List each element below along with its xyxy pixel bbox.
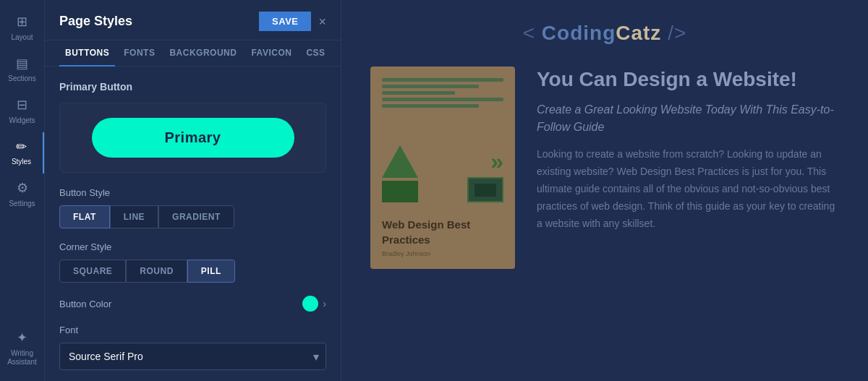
content-subheading: Create a Great Looking Website Today Wit… bbox=[537, 101, 839, 136]
sidebar-item-settings[interactable]: ⚙ Settings bbox=[0, 174, 44, 215]
sidebar-item-layout[interactable]: ⊞ Layout bbox=[0, 7, 44, 49]
content-row: » Web Design Best Practices Bradley John… bbox=[370, 67, 839, 269]
site-brand2: Catz bbox=[616, 22, 661, 44]
settings-icon: ⚙ bbox=[17, 181, 28, 197]
layout-icon: ⊞ bbox=[17, 14, 27, 30]
sidebar-item-writing-assistant[interactable]: ✦ WritingAssistant bbox=[0, 323, 44, 374]
corner-style-label: Corner Style bbox=[59, 241, 326, 252]
chevron-right-icon: › bbox=[323, 298, 326, 309]
sidebar: ⊞ Layout ▤ Sections ⊟ Widgets ✏ Styles ⚙… bbox=[0, 0, 45, 381]
primary-button-example[interactable]: Primary bbox=[92, 118, 294, 158]
panel-title: Page Styles bbox=[59, 14, 132, 29]
tab-favicon[interactable]: FAVICON bbox=[245, 40, 297, 67]
writing-assistant-icon: ✦ bbox=[17, 330, 27, 346]
sections-icon: ▤ bbox=[16, 56, 28, 72]
button-color-swatch[interactable] bbox=[302, 296, 318, 312]
panel-header: Page Styles SAVE × bbox=[45, 0, 341, 40]
book-line bbox=[382, 91, 455, 95]
button-style-label: Button Style bbox=[59, 187, 326, 198]
font-label: Font bbox=[59, 325, 326, 335]
book-title: Web Design Best Practices bbox=[382, 217, 503, 247]
style-flat-button[interactable]: FLAT bbox=[59, 205, 110, 228]
button-color-label: Button Color bbox=[59, 299, 111, 309]
book-cover: » Web Design Best Practices Bradley John… bbox=[370, 67, 515, 269]
book-line bbox=[382, 104, 479, 108]
sidebar-item-widgets[interactable]: ⊟ Widgets bbox=[0, 90, 44, 132]
content-text: You Can Design a Website! Create a Great… bbox=[537, 67, 839, 232]
book-line bbox=[382, 98, 503, 101]
sidebar-item-sections[interactable]: ▤ Sections bbox=[0, 49, 44, 91]
style-gradient-button[interactable]: GRADIENT bbox=[158, 205, 234, 228]
corner-pill-button[interactable]: PILL bbox=[187, 260, 235, 283]
book-cover-lines bbox=[382, 78, 503, 111]
corner-round-button[interactable]: ROUND bbox=[126, 260, 187, 283]
button-style-group: FLAT LINE GRADIENT bbox=[59, 205, 326, 228]
styles-icon: ✏ bbox=[16, 140, 27, 155]
site-title-prefix: < bbox=[523, 22, 542, 44]
main-preview: < CodingCatz /> » bbox=[341, 0, 868, 381]
save-button[interactable]: SAVE bbox=[259, 12, 311, 31]
primary-button-section-label: Primary Button bbox=[59, 81, 326, 93]
site-title-suffix: /> bbox=[661, 22, 686, 44]
site-brand: Coding bbox=[542, 22, 616, 44]
tab-css[interactable]: CSS bbox=[300, 40, 331, 67]
panel-tabs: BUTTONS FONTS BACKGROUND FAVICON CSS bbox=[45, 40, 341, 67]
panel-content: Primary Button Primary Button Style FLAT… bbox=[45, 67, 341, 381]
primary-button-preview: Primary bbox=[59, 103, 326, 173]
tab-fonts[interactable]: FONTS bbox=[118, 40, 161, 67]
site-title: < CodingCatz /> bbox=[523, 22, 687, 45]
book-line bbox=[382, 85, 479, 88]
tab-background[interactable]: BACKGROUND bbox=[163, 40, 242, 67]
book-title-area: Web Design Best Practices Bradley Johnso… bbox=[382, 210, 503, 257]
button-color-row: Button Color › bbox=[59, 296, 326, 312]
button-color-control[interactable]: › bbox=[302, 296, 326, 312]
font-select[interactable]: Source Serif Pro Roboto Open Sans Lato M… bbox=[59, 343, 326, 370]
tab-buttons[interactable]: BUTTONS bbox=[59, 40, 115, 67]
panel-header-actions: SAVE × bbox=[259, 12, 326, 31]
widgets-icon: ⊟ bbox=[17, 98, 27, 114]
content-heading: You Can Design a Website! bbox=[537, 67, 839, 93]
corner-square-button[interactable]: SQUARE bbox=[59, 260, 126, 283]
font-select-wrapper: Source Serif Pro Roboto Open Sans Lato M… bbox=[59, 343, 326, 370]
sidebar-item-styles[interactable]: ✏ Styles bbox=[0, 132, 44, 174]
close-button[interactable]: × bbox=[318, 15, 326, 28]
style-line-button[interactable]: LINE bbox=[110, 205, 158, 228]
corner-style-group: SQUARE ROUND PILL bbox=[59, 260, 326, 283]
page-styles-panel: Page Styles SAVE × BUTTONS FONTS BACKGRO… bbox=[45, 0, 341, 381]
book-subtitle: Bradley Johnson bbox=[382, 250, 503, 257]
book-line bbox=[382, 78, 503, 82]
content-body: Looking to create a website from scratch… bbox=[537, 146, 839, 232]
